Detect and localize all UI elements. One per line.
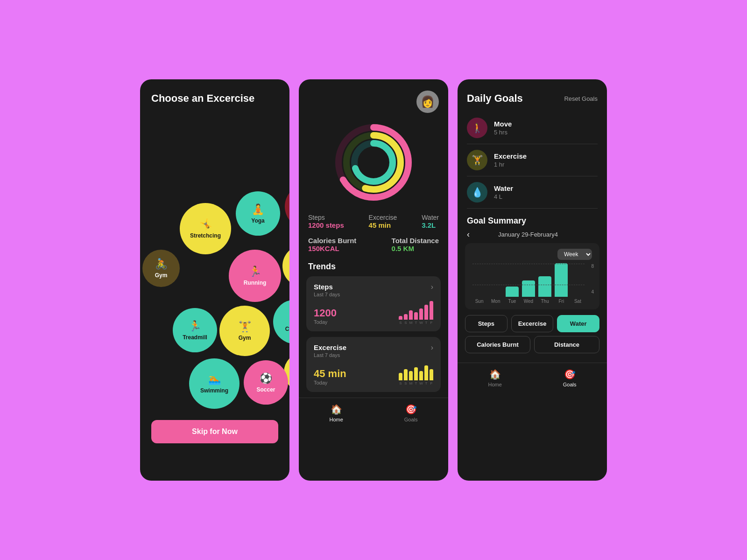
bubble-yoga[interactable]: 🧘 Yoga <box>236 191 280 236</box>
soccer-icon: ⚽ <box>260 372 272 385</box>
activity-rings <box>331 120 416 204</box>
bubble-gym[interactable]: 🏋️ Gym <box>219 306 270 356</box>
nav-home-label: Home <box>329 417 343 422</box>
nav-home-screen3[interactable]: 🏠 Home <box>488 369 501 387</box>
skip-button[interactable]: Skip for Now <box>151 420 278 443</box>
move-icon: 🚶 <box>472 122 483 133</box>
home-icon-3: 🏠 <box>489 369 501 380</box>
bar-mon-label: Mon <box>491 299 500 304</box>
ex-bar-4 <box>414 367 418 380</box>
ex-bar-7 <box>430 369 433 380</box>
bar-s5 <box>419 308 423 320</box>
stat-exercise: Excercise 45 min <box>369 214 397 229</box>
move-info: Move 5 hrs <box>494 120 512 136</box>
ex-bar-2 <box>404 369 408 380</box>
move-icon-circle: 🚶 <box>467 118 487 138</box>
bar-thu-label: Thu <box>541 299 549 304</box>
ex-bar-5 <box>419 371 423 380</box>
exercise-mini-bars <box>399 362 433 380</box>
move-value: 5 hrs <box>494 129 512 136</box>
goal-water[interactable]: 💧 Water 4 L <box>458 176 607 208</box>
trend-steps-value: 1200 <box>314 307 337 319</box>
filter-distance-button[interactable]: Distance <box>534 336 599 353</box>
chart-prev-button[interactable]: ‹ <box>467 230 470 239</box>
bubble-swimming[interactable]: 🏊 Swimming <box>189 358 240 409</box>
trend-steps-sub: Last 7 days <box>314 292 340 297</box>
trend-card-steps[interactable]: Steps Last 7 days › 1200 Today <box>306 276 441 331</box>
bar-wed: Wed <box>521 280 535 304</box>
bubble-soccer[interactable]: ⚽ Soccer <box>244 360 288 405</box>
goal-move[interactable]: 🚶 Move 5 hrs <box>458 112 607 144</box>
filter-water-button[interactable]: Water <box>557 315 599 332</box>
exercise-name: Excercise <box>494 152 527 160</box>
nav-goals-screen2[interactable]: 🎯 Goals <box>404 404 418 422</box>
screen3-header: Daily Goals Reset Goals <box>458 79 607 112</box>
chart-area: Week Month 8 4 <box>458 243 607 309</box>
screen1-title: Choose an Excercise <box>140 79 289 112</box>
bar-s7 <box>430 301 433 320</box>
steps-bar-labels: S S M T W T F <box>399 321 433 325</box>
exercise-icon: 🏋️ <box>472 154 483 166</box>
stats-row-1: Steps 1200 steps Excercise 45 min Water … <box>299 214 448 237</box>
chevron-right-icon-2: › <box>431 343 433 352</box>
filter-exercise-button[interactable]: Excercise <box>511 315 554 332</box>
running-icon: 🏃 <box>249 266 261 278</box>
distance-value: 0.5 KM <box>392 245 439 252</box>
trend-card-exercise[interactable]: Excercise Last 7 days › 45 min Today <box>306 337 441 392</box>
chart-bg: Week Month 8 4 <box>465 243 599 309</box>
bar-sun-label: Sun <box>475 299 484 304</box>
bubble-running[interactable]: 🏃 Running <box>229 250 281 302</box>
exercise-info: Excercise 1 hr <box>494 152 527 168</box>
avatar[interactable]: 👩 <box>416 91 439 113</box>
daily-goals-title: Daily Goals <box>467 92 523 105</box>
bubble-stretchcing[interactable]: 🤸 Stretchcing <box>180 203 231 254</box>
goal-exercise[interactable]: 🏋️ Excercise 1 hr <box>458 144 607 176</box>
ex-bar-6 <box>424 365 428 380</box>
week-select[interactable]: Week Month <box>557 249 592 260</box>
trend-exercise-title: Excercise <box>314 343 346 351</box>
reset-goals-button[interactable]: Reset Goals <box>564 95 598 102</box>
bubble-cycling[interactable]: 🚴 Cycling <box>273 300 289 344</box>
bar-fri-fill <box>555 263 568 297</box>
bar-tue-fill <box>506 287 519 297</box>
nav-goals-screen3[interactable]: 🎯 Goals <box>563 369 577 387</box>
screens-container: Choose an Excercise 🤸 Stretchcing 🧘 Yoga… <box>140 79 607 481</box>
bottom-nav-screen2: 🏠 Home 🎯 Goals <box>299 398 448 430</box>
bar-s6 <box>424 305 428 320</box>
trend-exercise-bottom: 45 min Today <box>314 362 433 385</box>
filter-calories-button[interactable]: Calories Burnt <box>465 336 530 353</box>
stat-steps: Steps 1200 steps <box>308 214 344 229</box>
distance-label: Total Distance <box>392 237 439 245</box>
chart-date: January 29-February4 <box>498 231 558 238</box>
stat-calories: Calories Burnt 150KCAL <box>308 237 356 252</box>
calories-label: Calories Burnt <box>308 237 356 245</box>
treadmill-icon: 🏃 <box>189 320 201 332</box>
bar-tue-label: Tue <box>508 299 516 304</box>
trend-steps-today: Today <box>314 319 337 325</box>
bubble-skipping[interactable]: ⛷ Skipping <box>282 245 289 287</box>
bubble-other[interactable]: other <box>285 184 289 229</box>
bubbles-area: 🤸 Stretchcing 🧘 Yoga other 🚴 Gym 🤸 Stret… <box>140 112 289 411</box>
bar-sun: Sun <box>472 297 486 304</box>
bar-wed-label: Wed <box>524 299 533 304</box>
chart-top-row: Week Month <box>472 249 592 260</box>
nav-home-screen2[interactable]: 🏠 Home <box>329 404 343 422</box>
bar-tue: Tue <box>505 287 519 304</box>
bar-s3 <box>409 310 413 320</box>
bubble-treadmill[interactable]: 🏃 Treadmill <box>173 308 217 352</box>
trend-exercise-sub: Last 7 days <box>314 352 346 358</box>
move-name: Move <box>494 120 512 128</box>
stretchcing-icon: 🤸 <box>199 218 212 231</box>
goals-icon: 🎯 <box>405 404 417 415</box>
steps-label: Steps <box>308 214 344 221</box>
bubble-gym-partial[interactable]: 🚴 Gym <box>142 250 180 287</box>
filter-buttons: Steps Excercise Water Calories Burnt Dis… <box>458 309 607 359</box>
water-label: Water <box>422 214 439 221</box>
steps-mini-bars <box>399 301 433 320</box>
screen-daily-goals: Daily Goals Reset Goals 🚶 Move 5 hrs 🏋️ … <box>458 79 607 481</box>
filter-steps-button[interactable]: Steps <box>465 315 507 332</box>
steps-value: 1200 steps <box>308 221 344 229</box>
gym-partial-icon: 🚴 <box>155 258 168 270</box>
skip-button-wrap: Skip for Now <box>140 411 289 458</box>
calories-value: 150KCAL <box>308 245 356 252</box>
